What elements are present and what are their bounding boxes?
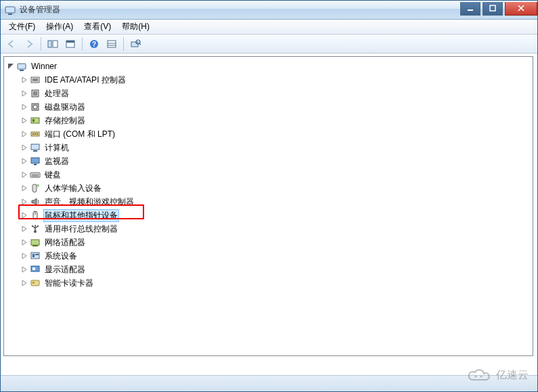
tree-item[interactable]: IDE ATA/ATAPI 控制器 <box>4 73 533 87</box>
tree-item[interactable]: 声音、视频和游戏控制器 <box>4 195 533 209</box>
watermark: 亿速云 <box>466 368 529 383</box>
expand-icon[interactable] <box>20 89 28 97</box>
tree-item[interactable]: 系统设备 <box>4 249 533 263</box>
tree-item-label: 监视器 <box>43 155 70 168</box>
menu-help[interactable]: 帮助(H) <box>116 20 155 34</box>
tree-item[interactable]: 监视器 <box>4 154 533 168</box>
properties-button[interactable] <box>62 37 79 51</box>
expand-icon[interactable] <box>20 265 28 274</box>
svg-rect-50 <box>32 254 35 257</box>
menu-action[interactable]: 操作(A) <box>41 20 79 34</box>
svg-rect-1 <box>8 14 12 15</box>
tree-item[interactable]: 处理器 <box>4 87 533 100</box>
svg-rect-24 <box>31 118 39 123</box>
svg-rect-31 <box>33 150 37 152</box>
show-hide-tree-button[interactable] <box>45 37 61 51</box>
expand-icon[interactable] <box>20 144 28 152</box>
close-button[interactable] <box>505 2 537 16</box>
svg-point-27 <box>32 133 34 135</box>
tree-item-label: 人体学输入设备 <box>43 182 103 195</box>
svg-rect-2 <box>468 9 473 11</box>
tree-root-label: Winner <box>30 61 58 72</box>
tree-item-label: 智能卡读卡器 <box>43 277 95 290</box>
controller-icon <box>30 74 41 85</box>
tree-item[interactable]: 显示适配器 <box>4 263 533 276</box>
tree-item[interactable]: 计算机 <box>4 141 533 154</box>
expand-icon[interactable] <box>20 238 28 246</box>
back-button[interactable] <box>3 37 20 51</box>
maximize-button[interactable] <box>483 2 503 16</box>
tree-item[interactable]: 智能卡读卡器 <box>4 276 533 290</box>
expand-icon[interactable] <box>20 198 28 206</box>
svg-rect-5 <box>53 41 58 47</box>
view-button[interactable] <box>104 37 120 51</box>
tree-item[interactable]: 存储控制器 <box>4 114 533 127</box>
svg-rect-53 <box>32 267 35 270</box>
titlebar[interactable]: 设备管理器 <box>1 1 537 20</box>
tree-item-label: 通用串行总线控制器 <box>43 223 119 236</box>
tree-item-label: 计算机 <box>43 141 70 154</box>
monitor-icon <box>30 156 41 167</box>
tree-panel[interactable]: Winner IDE ATA/ATAPI 控制器 处理器 磁盘驱动器 存储控制器… <box>3 56 533 356</box>
tree-root[interactable]: Winner <box>4 60 533 73</box>
expand-icon[interactable] <box>20 211 28 219</box>
tree-item-label: 磁盘驱动器 <box>43 101 87 114</box>
cpu-icon <box>30 88 41 99</box>
tree-item[interactable]: 人体学输入设备 <box>4 181 533 195</box>
device-tree: Winner IDE ATA/ATAPI 控制器 处理器 磁盘驱动器 存储控制器… <box>4 60 533 290</box>
cloud-icon <box>466 368 492 383</box>
expand-icon[interactable] <box>20 76 28 84</box>
svg-rect-49 <box>31 253 39 259</box>
menu-view[interactable]: 查看(V) <box>79 20 116 34</box>
expand-icon[interactable] <box>20 279 28 287</box>
expand-icon[interactable] <box>20 103 28 111</box>
tree-item-label: 网络适配器 <box>43 236 87 249</box>
computer-icon <box>16 61 27 72</box>
help-button[interactable]: ? <box>86 37 102 51</box>
menu-file[interactable]: 文件(F) <box>3 20 41 34</box>
svg-rect-54 <box>31 280 39 286</box>
forward-button[interactable] <box>21 37 37 51</box>
tree-item-label: 鼠标和其他指针设备 <box>43 209 119 222</box>
svg-rect-10 <box>108 41 116 47</box>
toolbar: ? <box>1 35 537 53</box>
svg-rect-21 <box>33 91 37 95</box>
expand-icon[interactable] <box>20 171 28 179</box>
window-title: 设备管理器 <box>20 4 458 16</box>
tree-item[interactable]: 磁盘驱动器 <box>4 100 533 114</box>
expand-icon[interactable] <box>20 252 28 260</box>
bottom-border <box>1 375 537 391</box>
port-icon <box>30 129 41 139</box>
tree-item[interactable]: 通用串行总线控制器 <box>4 222 533 236</box>
svg-point-56 <box>475 376 477 378</box>
scan-button[interactable] <box>127 37 143 51</box>
tree-item-label: 存储控制器 <box>43 114 87 127</box>
svg-rect-16 <box>18 64 26 69</box>
expand-icon[interactable] <box>20 157 28 165</box>
tree-item-label: 系统设备 <box>43 250 79 263</box>
tree-item[interactable]: 端口 (COM 和 LPT) <box>4 127 533 141</box>
tree-item[interactable]: 键盘 <box>4 168 533 181</box>
svg-rect-25 <box>32 119 35 122</box>
svg-rect-33 <box>34 164 37 165</box>
svg-point-38 <box>37 184 39 187</box>
svg-point-23 <box>33 105 37 109</box>
mouse-icon <box>30 210 41 221</box>
svg-rect-55 <box>32 282 35 284</box>
tree-item[interactable]: 鼠标和其他指针设备 <box>4 209 533 222</box>
expand-icon[interactable] <box>20 130 28 138</box>
svg-rect-3 <box>490 5 495 11</box>
svg-rect-30 <box>31 144 39 150</box>
svg-rect-51 <box>35 254 39 255</box>
collapse-icon[interactable] <box>7 62 15 70</box>
expand-icon[interactable] <box>20 184 28 192</box>
expand-icon[interactable] <box>20 116 28 125</box>
svg-rect-46 <box>37 225 39 227</box>
expand-icon[interactable] <box>20 225 28 233</box>
toolbar-separator <box>82 37 83 51</box>
tree-item-label: 处理器 <box>43 87 70 100</box>
svg-line-15 <box>139 43 141 45</box>
minimize-button[interactable] <box>460 2 480 16</box>
svg-point-29 <box>37 133 38 135</box>
tree-item[interactable]: 网络适配器 <box>4 236 533 249</box>
